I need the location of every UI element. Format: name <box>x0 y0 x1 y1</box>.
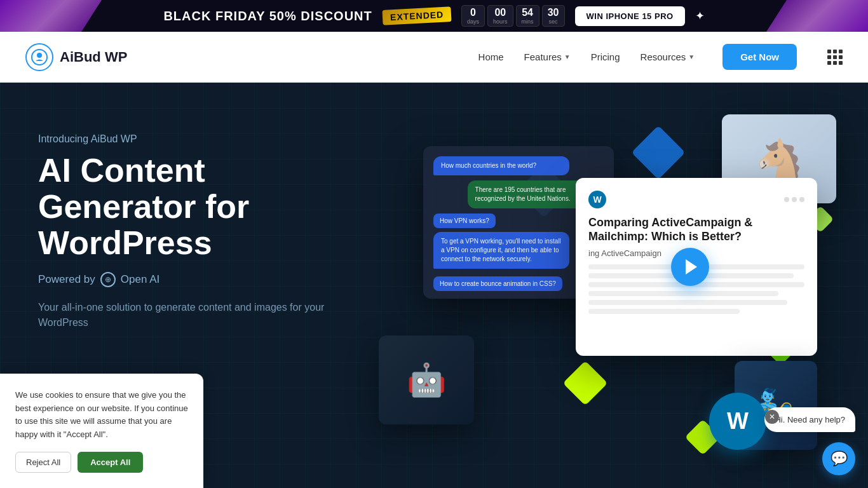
nav-resources[interactable]: Resources ▼ <box>641 51 695 62</box>
chat-bubble-close-button[interactable]: ✕ <box>765 410 779 424</box>
chat-msg-5: How to create bounce animation in CSS? <box>433 276 562 291</box>
robot-image-card: 🤖 <box>379 336 474 424</box>
banner-star-icon: ✦ <box>695 9 705 23</box>
accept-all-button[interactable]: Accept All <box>78 452 143 473</box>
hero-description: Your all-in-one solution to generate con… <box>38 300 369 330</box>
hero-powered-by: Powered by ⊕ Open AI <box>38 272 369 287</box>
logo-text: AiBud WP <box>60 49 127 65</box>
timer-mins: 54 mins <box>516 5 539 27</box>
banner-deco-left <box>0 0 102 32</box>
timer-days: 0 days <box>461 5 485 27</box>
nav-home[interactable]: Home <box>478 51 504 62</box>
svg-point-1 <box>37 53 42 58</box>
hero-title: AI Content Generator for WordPress <box>38 152 369 262</box>
robot-icon: 🤖 <box>407 362 446 398</box>
banner-timer: 0 days 00 hours 54 mins 30 sec <box>461 5 565 27</box>
horse-silhouette-icon: 🐴 <box>756 137 803 182</box>
wordpress-circle-logo: W <box>709 393 766 450</box>
chat-fab-button[interactable]: 💬 <box>822 442 855 475</box>
hero-content: Introducing AiBud WP AI Content Generato… <box>38 121 369 330</box>
blog-panel-controls <box>784 197 804 202</box>
timer-secs: 30 sec <box>542 5 565 27</box>
play-button[interactable] <box>671 248 709 286</box>
features-chevron-icon: ▼ <box>564 53 571 60</box>
banner-deco-right <box>766 0 868 32</box>
navbar: AiBud WP Home Features ▼ Pricing Resourc… <box>0 32 868 83</box>
top-banner: BLACK FRIDAY 50% DISCOUNT EXTENDED 0 day… <box>0 0 868 32</box>
chat-msg-1: How much countries in the world? <box>433 156 569 175</box>
nav-pricing[interactable]: Pricing <box>591 51 620 62</box>
banner-extended-label: EXTENDED <box>382 6 451 25</box>
wp-logo-small: W <box>588 191 606 208</box>
chat-msg-4: To get a VPN working, you'll need to ins… <box>433 232 569 269</box>
get-now-button[interactable]: Get Now <box>722 44 797 70</box>
resources-chevron-icon: ▼ <box>688 53 695 60</box>
logo[interactable]: AiBud WP <box>25 43 127 71</box>
chat-widget: ✕ Hi. Need any help? 💬 <box>764 407 855 475</box>
chat-msg-3: How VPN works? <box>433 214 496 228</box>
cookie-banner: We use cookies to ensure that we give yo… <box>0 374 203 488</box>
apps-grid-icon[interactable] <box>827 50 843 65</box>
chat-fab-icon: 💬 <box>831 451 848 467</box>
openai-icon: ⊕ <box>100 272 116 287</box>
banner-cta-button[interactable]: WIN IPHONE 15 PRO <box>575 6 685 26</box>
blog-panel-header: W <box>588 191 804 208</box>
timer-hours: 00 hours <box>487 5 513 27</box>
reject-all-button[interactable]: Reject All <box>15 452 71 473</box>
logo-icon <box>25 43 53 71</box>
cookie-text: We use cookies to ensure that we give yo… <box>15 389 188 442</box>
banner-text: BLACK FRIDAY 50% DISCOUNT <box>163 9 372 24</box>
nav-features[interactable]: Features ▼ <box>524 51 571 62</box>
hero-subtitle: Introducing AiBud WP <box>38 133 369 145</box>
cookie-buttons: Reject All Accept All <box>15 452 188 473</box>
play-triangle-icon <box>686 259 697 274</box>
nav-links: Home Features ▼ Pricing Resources ▼ Get … <box>478 44 843 70</box>
blog-title: Comparing ActiveCampaign &Mailchimp: Whi… <box>588 216 804 243</box>
